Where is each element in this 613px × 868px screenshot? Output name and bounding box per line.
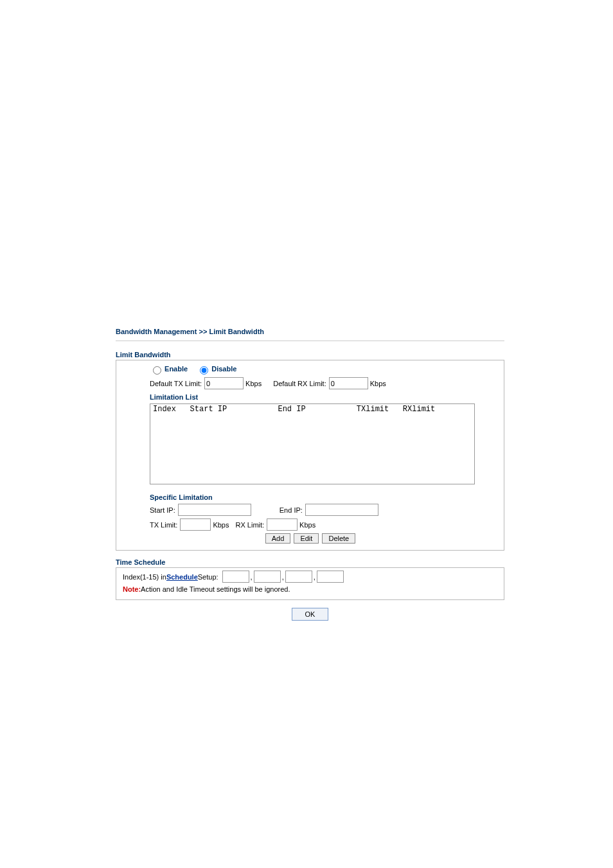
tx-limit-input[interactable] bbox=[180, 518, 211, 531]
tx-limit-label: TX Limit: bbox=[150, 521, 177, 529]
start-ip-label: Start IP: bbox=[150, 506, 175, 514]
limitation-list-box[interactable]: Index Start IP End IP TXlimit RXlimit bbox=[150, 403, 475, 484]
edit-button[interactable]: Edit bbox=[294, 533, 319, 544]
default-rx-input[interactable] bbox=[329, 377, 368, 389]
rx-limit-input[interactable] bbox=[267, 518, 298, 531]
schedule-link[interactable]: Schedule bbox=[166, 573, 198, 581]
tx-limit-kbps: Kbps bbox=[213, 521, 229, 529]
limit-bandwidth-panel: Enable Disable Default TX Limit: Kbps De… bbox=[116, 360, 504, 551]
comma-1: , bbox=[251, 573, 253, 581]
tx-kbps-label: Kbps bbox=[245, 380, 262, 387]
schedule-input-2[interactable] bbox=[254, 571, 281, 583]
schedule-index-pre: Index(1-15) in bbox=[123, 573, 166, 581]
disable-radio-label[interactable]: Disable bbox=[197, 364, 236, 375]
rx-kbps-label: Kbps bbox=[370, 380, 386, 387]
note-label: Note: bbox=[123, 585, 141, 593]
end-ip-input[interactable] bbox=[305, 504, 378, 516]
limitation-list-title: Limitation List bbox=[150, 393, 497, 401]
time-schedule-title: Time Schedule bbox=[116, 558, 504, 566]
rx-limit-label: RX Limit: bbox=[235, 521, 264, 529]
time-schedule-panel: Index(1-15) in Schedule Setup: , , , Not… bbox=[116, 567, 504, 600]
comma-3: , bbox=[314, 573, 315, 581]
add-button[interactable]: Add bbox=[265, 533, 291, 544]
schedule-input-3[interactable] bbox=[285, 571, 312, 583]
enable-radio[interactable] bbox=[153, 366, 161, 375]
end-ip-label: End IP: bbox=[280, 506, 303, 514]
breadcrumb: Bandwidth Management >> Limit Bandwidth bbox=[116, 328, 504, 341]
default-rx-label: Default RX Limit: bbox=[273, 380, 326, 387]
delete-button[interactable]: Delete bbox=[322, 533, 355, 544]
start-ip-input[interactable] bbox=[178, 504, 251, 516]
specific-limitation-title: Specific Limitation bbox=[150, 493, 497, 501]
limit-bandwidth-title: Limit Bandwidth bbox=[116, 351, 504, 359]
rx-limit-kbps: Kbps bbox=[299, 521, 315, 529]
note-text: Action and Idle Timeout settings will be… bbox=[141, 585, 290, 593]
schedule-input-1[interactable] bbox=[222, 571, 249, 583]
schedule-input-4[interactable] bbox=[317, 571, 344, 583]
default-tx-label: Default TX Limit: bbox=[150, 380, 202, 387]
default-tx-input[interactable] bbox=[204, 377, 244, 389]
schedule-index-post: Setup: bbox=[198, 573, 218, 581]
enable-text: Enable bbox=[164, 365, 188, 373]
comma-2: , bbox=[282, 573, 284, 581]
disable-text: Disable bbox=[211, 365, 236, 373]
disable-radio[interactable] bbox=[200, 366, 208, 375]
enable-radio-label[interactable]: Enable bbox=[150, 364, 188, 375]
ok-button[interactable]: OK bbox=[292, 608, 329, 621]
